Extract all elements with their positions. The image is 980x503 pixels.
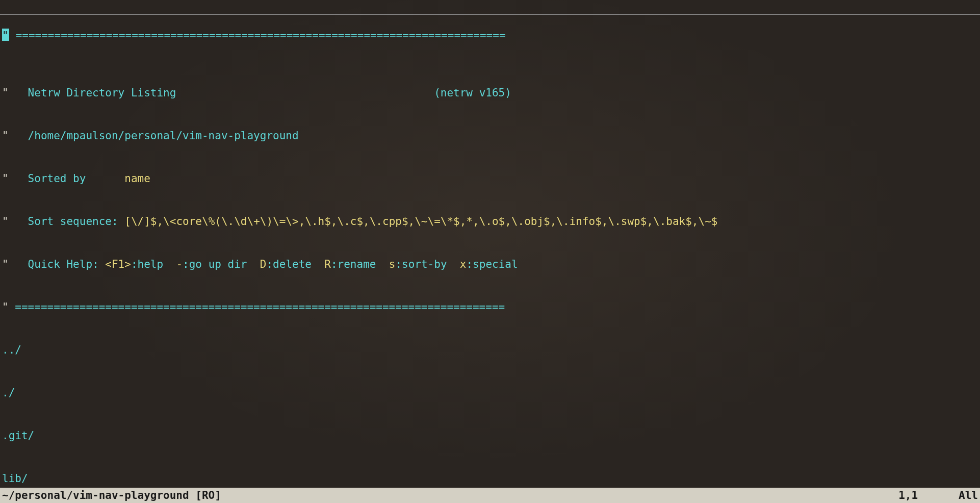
cursor: " [2, 29, 9, 41]
vim-netrw-window[interactable]: " ======================================… [0, 0, 980, 503]
header-sort-line: " Sorted by name [0, 171, 980, 186]
help-key-f1: <F1> [105, 258, 131, 270]
help-key-s: s [389, 258, 396, 270]
current-path: /home/mpaulson/personal/vim-nav-playgrou… [28, 130, 299, 142]
sorted-by-value: name [124, 172, 150, 185]
help-key-x: x [460, 258, 467, 270]
header-path-line: " /home/mpaulson/personal/vim-nav-playgr… [0, 129, 980, 143]
divider-bottom: ========================================… [15, 301, 505, 313]
header-title-line: " Netrw Directory Listing (netrw v165) [0, 86, 980, 100]
sort-sequence-label: Sort sequence: [28, 215, 118, 228]
entry-git-dir[interactable]: .git/ [0, 429, 980, 443]
entry-lib-dir[interactable]: lib/ [0, 471, 980, 486]
header-sequence-line: " Sort sequence: [\/]$,\<core\%(\.\d\+\)… [0, 214, 980, 229]
netrw-version: (netrw v165) [434, 87, 511, 99]
header-help-line: " Quick Help: <F1>:help -:go up dir D:de… [0, 257, 980, 271]
netrw-title: Netrw Directory Listing [28, 87, 176, 99]
help-key-d: D [260, 258, 267, 270]
quick-help-label: Quick Help: [28, 258, 99, 270]
header-line-1: " ======================================… [0, 29, 980, 43]
sort-sequence-value: [\/]$,\<core\%(\.\d\+\)\=\>,\.h$,\.c$,\.… [124, 215, 717, 228]
sorted-by-label: Sorted by [28, 172, 86, 185]
header-line-2: " ======================================… [0, 300, 980, 314]
divider-top: ========================================… [16, 30, 506, 42]
help-key-r: R [324, 258, 331, 270]
entry-current-dir[interactable]: ./ [0, 386, 980, 400]
entry-parent-dir[interactable]: ../ [0, 343, 980, 357]
help-key-dash: - [176, 258, 183, 270]
